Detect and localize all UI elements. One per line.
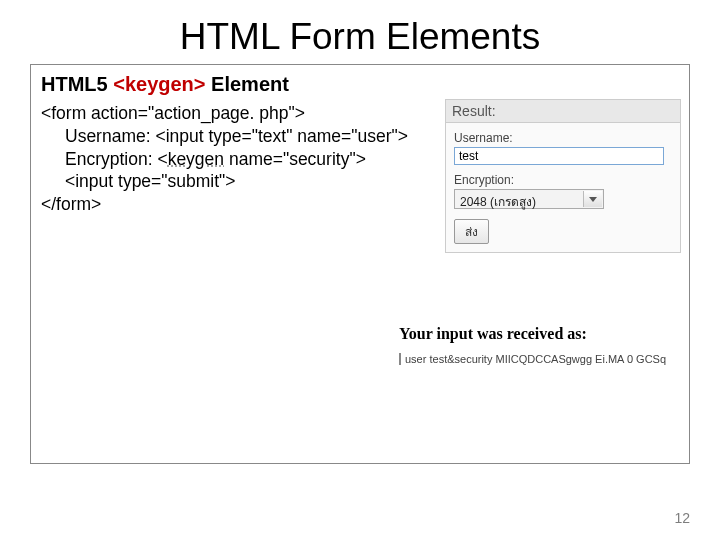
subtitle-prefix: HTML5 (41, 73, 113, 95)
section-subtitle: HTML5 <keygen> Element (41, 73, 679, 96)
encryption-value: 2048 (เกรดสูง) (460, 192, 536, 211)
result-header: Result: (445, 99, 681, 122)
result-panel: Result: Username: Encryption: 2048 (เกรด… (445, 99, 681, 253)
submit-button[interactable]: ส่ง (454, 219, 489, 244)
dropdown-arrow-icon (583, 191, 602, 207)
received-value: user test&security MIICQDCCASgwgg Ei.MA … (399, 353, 679, 365)
page-number: 12 (674, 510, 690, 526)
encryption-label: Encryption: (454, 173, 672, 187)
form-area: Username: Encryption: 2048 (เกรดสูง) ส่ง (445, 122, 681, 253)
slide-title: HTML Form Elements (30, 0, 690, 64)
username-input[interactable] (454, 147, 664, 165)
content-box: HTML5 <keygen> Element <form action="act… (30, 64, 690, 464)
received-title: Your input was received as: (399, 325, 679, 343)
slide: HTML Form Elements HTML5 <keygen> Elemen… (0, 0, 720, 540)
encryption-select[interactable]: 2048 (เกรดสูง) (454, 189, 604, 209)
received-block: Your input was received as: user test&se… (399, 325, 679, 365)
username-label: Username: (454, 131, 672, 145)
subtitle-suffix: Element (206, 73, 289, 95)
subtitle-keyword: <keygen> (113, 73, 205, 95)
